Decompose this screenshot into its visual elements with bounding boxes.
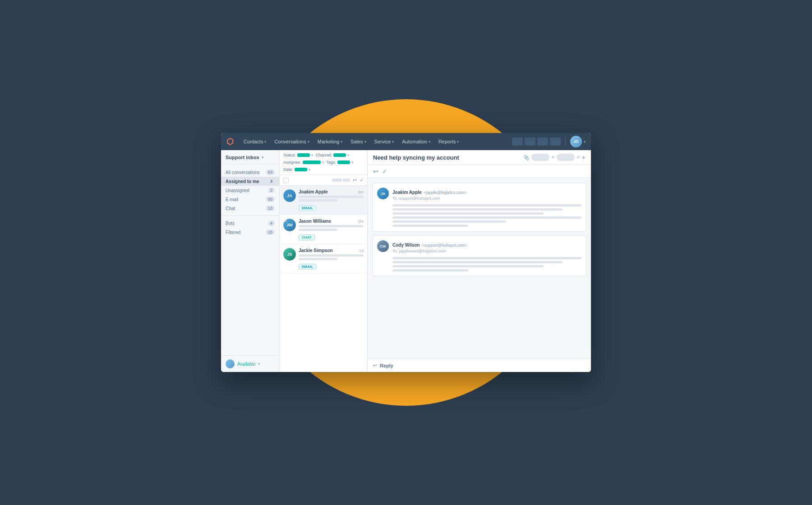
msg-body-joakim [377,204,581,227]
preview-line-5 [299,254,364,257]
nav-items: Contacts ▾ Conversations ▾ Marketing ▾ S… [240,137,512,146]
email-badge: 50 [266,197,275,202]
nav-right: JD ▾ [512,136,586,147]
filtered-badge: 15 [266,230,275,235]
select-all-checkbox[interactable] [283,178,289,183]
check-icon[interactable]: ✓ [360,177,364,183]
conv-item-jackie[interactable]: JS Jackie Simpson 1d EMAIL [280,244,367,274]
sidebar-title: Support inbox [226,155,259,160]
conv-avatar-jackie: JS [283,248,296,261]
filter-date[interactable]: Date: ▾ [283,167,310,172]
conv-avatar-jason: JW [283,219,296,231]
nav-icon-2[interactable] [525,138,535,146]
nav-marketing[interactable]: Marketing ▾ [314,137,346,146]
tag1-close-icon[interactable]: ✕ [551,155,555,160]
conv-name-jackie: Jackie Simpson [299,248,333,253]
message-card-joakim: JA Joakim Apple <japple@biglytics.com> T… [372,183,586,232]
status-pill [297,153,310,157]
all-conversations-badge: 63 [266,170,275,175]
msg-sender-name-joakim: Joakim Apple [392,190,422,195]
sidebar-item-unassigned[interactable]: Unassigned 2 [221,186,279,195]
conv-time-jason: 2hr [358,219,364,224]
marketing-chevron-icon: ▾ [341,140,342,144]
conv-avatar-joakim: JA [283,189,296,202]
sidebar-status: Available [237,362,255,367]
tags-chevron-icon: ▾ [351,161,353,165]
add-tag-button[interactable]: + [582,154,586,161]
conversations-chevron-icon: ▾ [308,140,309,144]
msg-to-joakim: To: support@hubspot.com [392,196,466,201]
channel-chevron-icon: ▾ [347,153,349,157]
subject-title: Need help syncing my account [373,154,520,161]
conv-time-jackie: 1d [359,248,364,253]
filter-status[interactable]: Status: ▾ [283,153,313,157]
sidebar-item-email[interactable]: E-mail 50 [221,195,279,204]
sidebar-item-filtered[interactable]: Filtered 15 [221,228,279,237]
assigned-to-me-badge: 3 [268,179,275,184]
preview-line-4 [299,229,337,231]
preview-line-3 [299,225,364,227]
channel-pill [333,153,346,157]
nav-icon-3[interactable] [537,138,548,146]
msg-sender-email-cody: <support@hubspot.com> [422,243,467,248]
sidebar-item-all-conversations[interactable]: All conversations 63 [221,168,279,177]
sidebar-item-assigned-to-me[interactable]: Assigned to me 3 [221,177,279,186]
nav-automation[interactable]: Automation ▾ [398,137,434,146]
app-window: ⬡ Contacts ▾ Conversations ▾ Marketing ▾… [221,133,591,372]
user-avatar[interactable]: JD [570,136,582,147]
msg-to-cody: To: jappleseed@biglytics.com [392,249,467,253]
refresh-icon[interactable]: ↩ [353,177,357,183]
tag2-close-icon[interactable]: ✕ [577,155,580,160]
reply-footer: ↩ Reply [368,358,591,372]
msg-sender-email-joakim: <japple@biglytics.com> [424,190,466,195]
filter-assignee[interactable]: Assignee: ▾ [283,160,324,165]
service-chevron-icon: ▾ [392,140,394,144]
conv-item-joakim[interactable]: JA Joakim Apple 3m EMAIL [280,186,367,215]
chat-badge: 13 [266,206,275,211]
sidebar-dropdown-icon[interactable]: ▾ [262,155,264,160]
conv-tag-jackie: EMAIL [299,264,316,270]
nav-conversations[interactable]: Conversations ▾ [271,137,313,146]
hubspot-logo: ⬡ [226,137,234,147]
tags-pill [337,161,350,164]
preview-line-1 [299,196,364,198]
nav-divider [565,137,566,147]
avatar-chevron-icon[interactable]: ▾ [584,140,586,144]
conv-items: JA Joakim Apple 3m EMAIL [280,186,367,372]
sidebar-item-bots[interactable]: Bots 4 [221,219,279,228]
filter-tags[interactable]: Tags: ▾ [327,160,354,165]
conv-item-jason[interactable]: JW Jason Williams 2hr CHAT [280,215,367,244]
nav-icon-4[interactable] [550,138,561,146]
conv-name-joakim: Joakim Apple [299,189,328,194]
paperclip-icon: 📎 [523,155,530,161]
nav-contacts[interactable]: Contacts ▾ [240,137,270,146]
nav-reports[interactable]: Reports ▾ [435,137,463,146]
nav-sales[interactable]: Sales ▾ [347,137,370,146]
date-chevron-icon: ▾ [309,168,310,172]
conv-body-jackie: Jackie Simpson 1d EMAIL [299,248,364,270]
conv-time-joakim: 3m [358,190,364,194]
nav-icon-1[interactable] [512,138,523,146]
sidebar-footer-chevron-icon[interactable]: ▾ [258,362,260,366]
reply-nav: ↩ ✓ [368,165,591,178]
back-icon[interactable]: ↩ [373,168,378,175]
sidebar-footer: Available ▾ [221,355,279,372]
sidebar-item-chat[interactable]: Chat 13 [221,204,279,213]
status-chevron-icon: ▾ [311,153,313,157]
sidebar-user-avatar [226,359,235,368]
date-pill [295,168,307,171]
bots-badge: 4 [268,220,275,226]
sort-bar-1 [332,179,342,182]
check-mark-icon[interactable]: ✓ [382,168,388,175]
conv-name-jason: Jason Williams [299,219,331,224]
reply-button[interactable]: Reply [380,363,393,368]
subject-tag-1[interactable] [531,154,549,161]
main-panel: Need help syncing my account 📎 ✕ ✕ + ↩ ✓ [368,150,591,372]
preview-line-2 [299,199,337,202]
subject-tag-2[interactable] [557,154,575,161]
preview-line-6 [299,258,337,260]
filter-channel[interactable]: Channel: ▾ [316,153,349,157]
nav-service[interactable]: Service ▾ [371,137,398,146]
conv-tag-joakim: EMAIL [299,205,316,211]
reports-chevron-icon: ▾ [457,140,459,144]
